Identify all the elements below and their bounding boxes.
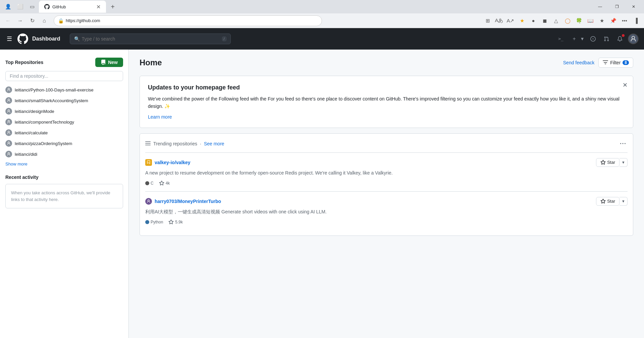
tab-title: GitHub (52, 4, 94, 9)
lang-dot-0 (145, 181, 149, 185)
favorites-bar-icon[interactable]: ★ (596, 15, 607, 26)
address-bar[interactable]: 🔒 (54, 15, 322, 26)
update-card-title: Updates to your homepage feed (148, 84, 625, 91)
star-dropdown-0[interactable]: ▾ (620, 158, 628, 167)
repo-avatar-0 (5, 86, 12, 93)
show-more-repos-btn[interactable]: Show more (5, 161, 123, 166)
update-card-description: We've combined the power of the Followin… (148, 95, 625, 110)
user-avatar[interactable] (628, 33, 639, 44)
browser-sidebar-icon[interactable]: ▭ (27, 1, 38, 12)
repo-avatar-6 (5, 151, 12, 157)
repo-avatar-4 (5, 129, 12, 136)
home-btn[interactable]: ⌂ (39, 15, 50, 26)
new-repo-btn[interactable]: New (95, 58, 123, 67)
lang-dot-1 (145, 220, 149, 224)
repo-card-name-0[interactable]: valkey-io/valkey (145, 159, 191, 166)
tab-close-btn[interactable]: ✕ (96, 4, 101, 10)
search-input[interactable] (82, 36, 220, 42)
trending-separator: · (200, 141, 201, 146)
grid-icon[interactable]: ⊞ (482, 15, 493, 26)
trending-more-options-btn[interactable] (618, 139, 628, 148)
minimize-btn[interactable]: — (592, 1, 608, 12)
issues-btn[interactable] (588, 33, 598, 44)
repo-item-0[interactable]: leitianci/Python-100-Days-small-exercise (5, 85, 123, 94)
lock-icon: 🔒 (58, 18, 64, 23)
repo-icon (101, 60, 106, 65)
repo-card-header-1: harry0703/MoneyPrinterTurbo Star ▾ (145, 197, 628, 206)
ext-icon5[interactable]: 🍀 (574, 15, 584, 26)
translate-icon[interactable]: Aあ (494, 15, 504, 26)
repo-item-6[interactable]: leitianci/didi (5, 149, 123, 159)
ext-icon4[interactable]: ◯ (562, 15, 573, 26)
repo-item-3[interactable]: leitianci/componentTechnology (5, 117, 123, 127)
repo-avatar-5 (5, 140, 12, 147)
github-favicon-icon (44, 4, 50, 9)
trending-title: Trending repositories · See more (145, 141, 224, 146)
favorites-icon[interactable]: ★ (517, 15, 527, 26)
sidebar: Top Repositories New leitianci/Python-10… (0, 50, 129, 338)
page-title: Home (140, 58, 162, 67)
repo-full-name-1: harry0703/MoneyPrinterTurbo (155, 199, 221, 204)
main-header-actions: Send feedback Filter 8 (563, 58, 633, 68)
close-btn[interactable]: ✕ (626, 1, 641, 12)
trending-card: Trending repositories · See more (140, 133, 633, 236)
activity-empty-text: When you take actions across GitHub, we'… (5, 184, 123, 208)
repo-lang-1: Python (145, 220, 163, 224)
main-content: Home Send feedback Filter 8 ✕ Updates to… (129, 50, 644, 338)
learn-more-btn[interactable]: Learn more (148, 114, 172, 120)
maximize-btn[interactable]: ❐ (609, 1, 625, 12)
browser-titlebar: 👤 ⬜ ▭ GitHub ✕ + — ❐ ✕ (0, 0, 644, 13)
refresh-btn[interactable]: ↻ (27, 15, 38, 26)
create-dropdown-btn[interactable]: ▾ (580, 33, 585, 44)
filter-icon (603, 60, 608, 65)
url-input[interactable] (66, 18, 318, 23)
ext-icon1[interactable]: ● (528, 15, 539, 26)
browser-profile-icon[interactable]: 👤 (3, 1, 13, 12)
lang-label-1: Python (151, 220, 163, 224)
ext-icon2[interactable]: ◼ (539, 15, 550, 26)
reading-list-icon[interactable]: 📖 (585, 15, 596, 26)
hamburger-menu-btn[interactable]: ☰ (5, 34, 13, 44)
read-icon[interactable]: A↗ (505, 15, 516, 26)
create-new-btn[interactable]: + (569, 33, 580, 44)
main-layout: Top Repositories New leitianci/Python-10… (0, 50, 644, 338)
star-btn-0[interactable]: Star (596, 158, 620, 167)
pr-btn[interactable] (601, 33, 612, 44)
update-card-close-btn[interactable]: ✕ (623, 81, 628, 89)
star-icon-1 (600, 199, 606, 204)
forward-btn[interactable]: → (15, 15, 25, 26)
find-repo-input[interactable] (5, 71, 123, 81)
more-actions-icon[interactable]: ••• (619, 15, 630, 26)
github-logo[interactable] (17, 33, 28, 44)
send-feedback-btn[interactable]: Send feedback (563, 60, 594, 65)
see-more-btn[interactable]: See more (204, 141, 224, 146)
star-btn-1[interactable]: Star (596, 197, 620, 206)
star-btn-group-0: Star ▾ (596, 158, 628, 167)
browser-ext1-icon[interactable]: ⬜ (15, 1, 25, 12)
trending-header: Trending repositories · See more (145, 139, 628, 148)
top-repos-title: Top Repositories (5, 60, 43, 65)
collections-icon[interactable]: 📌 (608, 15, 619, 26)
repo-item-1[interactable]: leitianci/smallSharkAccountingSystem (5, 96, 123, 105)
repo-card-name-1[interactable]: harry0703/MoneyPrinterTurbo (145, 198, 221, 205)
search-bar[interactable]: 🔍 / (70, 33, 231, 44)
search-kbd: / (222, 37, 226, 41)
repo-item-4[interactable]: leitianci/calculate (5, 128, 123, 137)
repo-card-header-0: valkey-io/valkey Star ▾ (145, 158, 628, 167)
search-icon: 🔍 (74, 36, 80, 42)
notifications-btn-wrap[interactable] (614, 33, 625, 44)
repo-item-5[interactable]: leitianci/pizzaOrderingSystem (5, 139, 123, 148)
new-tab-btn[interactable]: + (107, 1, 118, 12)
filter-label: Filter (610, 60, 621, 65)
sidebar-toggle-icon[interactable]: ▐ (631, 15, 641, 26)
filter-btn[interactable]: Filter 8 (598, 58, 633, 68)
back-btn[interactable]: ← (3, 15, 13, 26)
repo-name-5: leitianci/pizzaOrderingSystem (15, 141, 72, 146)
star-dropdown-1[interactable]: ▾ (620, 197, 628, 206)
repo-item-2[interactable]: leitianci/designMode (5, 107, 123, 116)
notification-dot (622, 34, 625, 37)
browser-tab-github[interactable]: GitHub ✕ (39, 1, 106, 13)
trending-repo-0: valkey-io/valkey Star ▾ A new project to… (145, 152, 628, 191)
ext-icon3[interactable]: △ (551, 15, 561, 26)
terminal-btn[interactable]: >_ (555, 33, 566, 44)
